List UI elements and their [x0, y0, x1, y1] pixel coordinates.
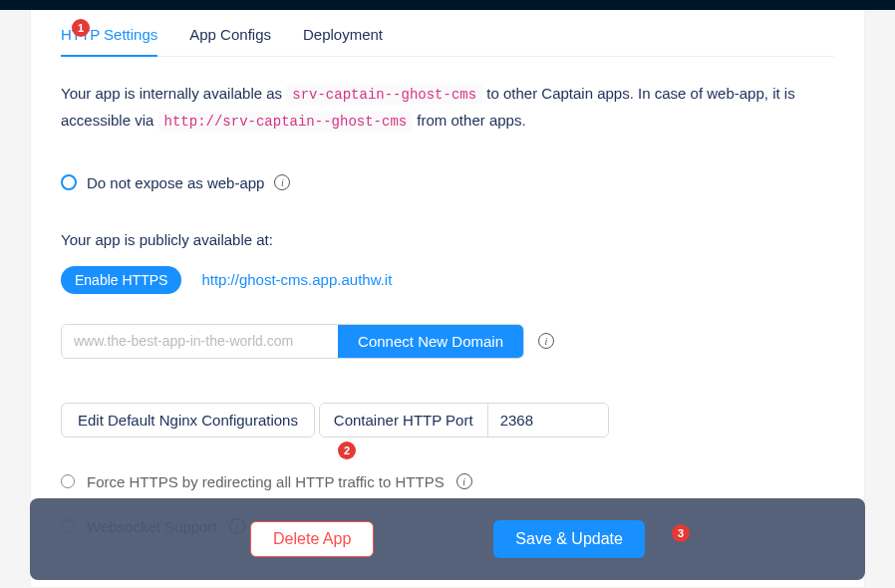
edit-nginx-button[interactable]: Edit Default Nginx Configurations — [61, 403, 315, 438]
info-icon[interactable]: i — [274, 174, 290, 190]
tabs-bar: HTTP Settings App Configs Deployment — [61, 10, 834, 57]
info-icon[interactable]: i — [456, 473, 472, 489]
annotation-3: 3 — [672, 524, 690, 542]
https-row: Enable HTTPS http://ghost-cms.app.authw.… — [61, 266, 834, 294]
force-https-row: Force HTTPS by redirecting all HTTP traf… — [61, 473, 834, 490]
container-port-input[interactable] — [488, 404, 608, 437]
top-navbar — [0, 0, 895, 10]
enable-https-button[interactable]: Enable HTTPS — [61, 266, 181, 294]
service-url-code: http://srv-captain--ghost-cms — [158, 112, 414, 132]
domain-row: Connect New Domain i — [61, 324, 834, 359]
tab-deployment[interactable]: Deployment — [303, 14, 383, 57]
service-name-code: srv-captain--ghost-cms — [286, 85, 482, 105]
public-label: Your app is publicly available at: — [61, 231, 834, 248]
save-update-button[interactable]: Save & Update — [493, 520, 645, 558]
container-port-group: Container HTTP Port — [319, 403, 609, 438]
internal-availability-desc: Your app is internally available as srv-… — [61, 81, 834, 135]
public-url-link[interactable]: http://ghost-cms.app.authw.it — [201, 271, 392, 288]
desc-text: Your app is internally available as — [61, 85, 286, 102]
do-not-expose-label: Do not expose as web-app — [87, 174, 264, 191]
annotation-1: 1 — [72, 19, 90, 37]
new-domain-input[interactable] — [62, 325, 338, 358]
do-not-expose-radio[interactable] — [61, 174, 77, 190]
action-bar-overlay: Delete App Save & Update — [30, 498, 865, 580]
tab-app-configs[interactable]: App Configs — [189, 14, 271, 57]
expose-row: Do not expose as web-app i — [61, 174, 834, 191]
http-settings-content: Your app is internally available as srv-… — [61, 57, 834, 535]
info-icon[interactable]: i — [538, 333, 554, 349]
force-https-label: Force HTTPS by redirecting all HTTP traf… — [87, 473, 445, 490]
annotation-2: 2 — [338, 441, 356, 459]
force-https-radio[interactable] — [61, 474, 75, 488]
domain-input-group: Connect New Domain — [61, 324, 524, 359]
container-port-label: Container HTTP Port — [320, 404, 488, 437]
connect-domain-button[interactable]: Connect New Domain — [338, 325, 523, 358]
desc-text: from other apps. — [417, 112, 525, 129]
delete-app-button[interactable]: Delete App — [250, 521, 374, 557]
